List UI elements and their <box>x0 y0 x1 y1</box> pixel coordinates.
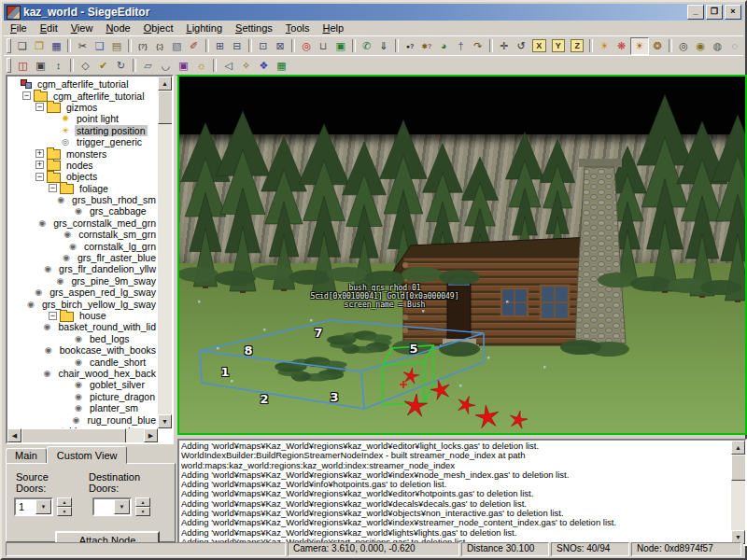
tree-item[interactable]: ◉basket_round_with_lid <box>9 321 158 332</box>
copy-region-icon[interactable]: ⊡ <box>255 38 272 54</box>
menu-object[interactable]: Object <box>137 21 180 35</box>
gas-braces-icon[interactable]: {;} <box>151 38 168 54</box>
copy-icon[interactable]: ❑ <box>92 38 108 54</box>
chevron-down-icon[interactable]: ▼ <box>35 499 51 514</box>
star-query-icon[interactable]: ✱? <box>418 38 435 54</box>
tree-item-label[interactable]: trigger_generic <box>75 136 144 147</box>
lamp-frame-icon[interactable]: ❂ <box>649 38 666 54</box>
red-star-marker[interactable] <box>429 378 452 401</box>
tree-item-label[interactable]: house <box>78 310 108 321</box>
minimize-button[interactable]: _ <box>687 5 704 20</box>
tree-item[interactable]: ✺point light <box>9 113 158 124</box>
ring-b-icon[interactable]: ◉ <box>692 38 709 54</box>
tree-item-label[interactable]: cgm_afterlife_tutorial <box>51 91 146 102</box>
tree-item-label[interactable]: grs_cabbage <box>88 205 148 217</box>
tree-item[interactable]: ◉goblet_silver <box>9 379 158 390</box>
tree-item[interactable]: ◉chair_wood_hex_back <box>9 368 158 379</box>
scroll-thumb[interactable] <box>21 428 126 444</box>
open-folder-icon[interactable]: ❐ <box>31 38 48 54</box>
tree-item-label[interactable]: rug_round_blue <box>85 414 158 426</box>
paint-check-icon[interactable]: ✔ <box>94 58 112 74</box>
red-star-marker[interactable] <box>402 367 420 385</box>
menu-tools[interactable]: Tools <box>279 21 317 35</box>
tree-item-label[interactable]: gizmos <box>64 102 99 113</box>
menu-help[interactable]: Help <box>317 21 351 35</box>
swirl-icon[interactable]: ↻ <box>112 58 130 74</box>
tree-item-label[interactable]: bed_logs <box>88 333 132 344</box>
title-bar[interactable]: kaz_world - SiegeEditor _ ❐ × <box>4 4 743 21</box>
copy-region-alt-icon[interactable]: ⊠ <box>272 38 289 54</box>
scroll-thumb[interactable] <box>731 455 747 481</box>
ring-d-icon[interactable]: ◌ <box>726 38 743 54</box>
collapse-icon[interactable]: − <box>49 312 57 320</box>
tree-item[interactable]: ◉bookcase_with_books <box>9 344 158 356</box>
tree-item[interactable]: −gizmos <box>9 102 158 113</box>
log-vertical-scrollbar[interactable]: ▲ ▼ <box>731 441 745 544</box>
menu-view[interactable]: View <box>64 21 100 35</box>
tree-item[interactable]: ◉cornstalk_sm_grn <box>9 229 158 240</box>
tree-item-label[interactable]: point light <box>75 113 120 124</box>
close-button[interactable]: × <box>725 5 741 20</box>
tree-item-label[interactable]: candle_short <box>88 357 148 368</box>
viewport-3d[interactable]: bush_grs_rhod_01 Scid[0x00100041] Gold[0… <box>177 75 747 435</box>
paste-icon[interactable]: ▤ <box>108 38 125 54</box>
menu-settings[interactable]: Settings <box>229 21 279 35</box>
destination-doors-spinner[interactable]: ▲ ▼ <box>135 497 150 516</box>
tree-item-label[interactable]: grs_flr_dandelion_yllw <box>57 263 158 274</box>
scroll-up-icon[interactable]: ▲ <box>731 441 745 455</box>
tree-item-label[interactable]: cornstalk_sm_grn <box>77 229 158 240</box>
lock-z-icon[interactable]: Z <box>571 39 584 52</box>
tree-item-label[interactable]: grs_pine_9m_sway <box>70 275 158 287</box>
loot-bag-icon[interactable]: ◕ <box>435 38 452 54</box>
gas-braces-query-icon[interactable]: {?} <box>134 38 151 54</box>
tree-item[interactable]: ◉planter_sm <box>9 402 158 413</box>
tree-item-label[interactable]: planter_sm <box>88 402 140 413</box>
tree-item[interactable]: ◉bed_logs <box>9 333 158 344</box>
tree-item-label[interactable]: basket_round_with_lid <box>57 321 159 332</box>
sword-icon[interactable]: † <box>452 38 469 54</box>
move-axes-icon[interactable]: ✛ <box>496 38 513 54</box>
red-star-marker[interactable] <box>508 409 529 429</box>
rotate-icon[interactable]: ↺ <box>513 38 529 54</box>
tree-item-label[interactable]: grs_flr_aster_blue <box>76 252 158 263</box>
chest-icon[interactable]: ▣ <box>331 38 348 54</box>
scroll-right-icon[interactable]: ▶ <box>144 428 158 442</box>
container-icon[interactable]: ⊔ <box>315 38 331 54</box>
diamond-tool-icon[interactable]: ◇ <box>77 58 94 74</box>
tree-item[interactable]: ◉picture_dragon <box>9 391 158 402</box>
source-doors-spinner[interactable]: ▲ ▼ <box>57 497 72 516</box>
menu-lighting[interactable]: Lighting <box>180 21 230 35</box>
lamp-select-icon[interactable]: ☀ <box>630 37 649 55</box>
tree-item-label[interactable]: grs_bush_rhod_sm <box>70 194 158 205</box>
scroll-down-icon[interactable]: ▼ <box>158 414 172 428</box>
scroll-up-icon[interactable]: ▲ <box>158 77 172 91</box>
scroll-left-icon[interactable]: ◀ <box>7 428 21 442</box>
tree-item[interactable]: ◉grs_birch_yellow_lg_sway <box>9 298 158 309</box>
spin-up-icon[interactable]: ▲ <box>57 497 72 507</box>
tree-item-label[interactable]: cgm_afterlife_tutorial <box>35 78 130 90</box>
tree-item[interactable]: ◉grs_flr_dandelion_yllw <box>9 263 158 274</box>
node-tree-panel[interactable]: cgm_afterlife_tutorial−cgm_afterlife_tut… <box>6 75 174 444</box>
bomb-query-icon[interactable]: ●? <box>402 38 418 54</box>
source-doors-combo[interactable]: 1 ▼ <box>14 497 53 516</box>
expand-icon[interactable]: + <box>35 149 44 158</box>
spin-down-icon[interactable]: ▼ <box>135 507 150 516</box>
sun-select-icon[interactable]: ❋ <box>613 38 630 54</box>
marquee-select-icon[interactable]: ▧ <box>168 38 185 54</box>
axis-diamond-icon[interactable]: ✧ <box>237 58 255 74</box>
tree-item-label[interactable]: nodes <box>64 160 95 171</box>
spin-up-icon[interactable]: ▲ <box>135 497 150 507</box>
tree-item-label[interactable]: monsters <box>64 148 108 160</box>
paintbrush-icon[interactable]: ✐ <box>185 38 202 54</box>
tree-item[interactable]: −objects <box>9 171 158 182</box>
tree-item-label[interactable]: starting position <box>75 125 148 136</box>
bulb-icon[interactable]: ☼ <box>192 58 210 74</box>
new-file-icon[interactable]: ❏ <box>14 38 31 54</box>
tree-item[interactable]: +monsters <box>9 147 158 159</box>
grab-hook-icon[interactable]: ✆ <box>359 38 375 54</box>
menu-file[interactable]: File <box>4 21 34 35</box>
menu-edit[interactable]: Edit <box>34 21 64 35</box>
collapse-icon[interactable]: − <box>22 91 31 100</box>
collapse-icon[interactable]: − <box>35 103 44 111</box>
tab-custom-view[interactable]: Custom View <box>47 446 128 464</box>
